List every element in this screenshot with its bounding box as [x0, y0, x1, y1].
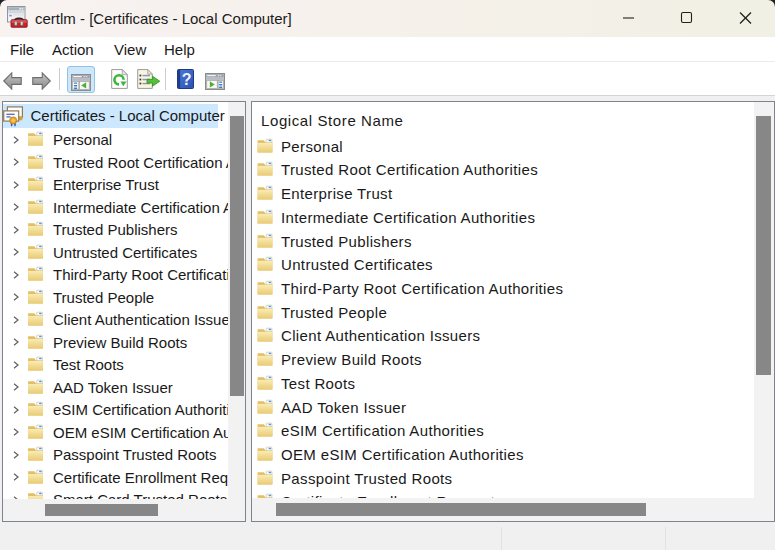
- svg-text:?: ?: [182, 71, 192, 88]
